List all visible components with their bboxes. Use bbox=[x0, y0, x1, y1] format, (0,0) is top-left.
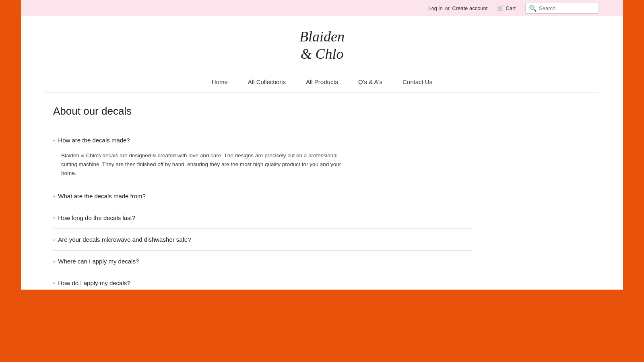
faq-chevron-6: › bbox=[53, 280, 55, 286]
top-bar: Log in or Create account 🛒 Cart 🔍 bbox=[21, 0, 623, 16]
faq-chevron-3: › bbox=[53, 215, 55, 221]
cart-icon: 🛒 bbox=[497, 5, 504, 11]
nav-item-all-products[interactable]: All Products bbox=[306, 77, 338, 87]
faq-chevron-5: › bbox=[53, 258, 55, 264]
faq-question-text-3: How long do the decals last? bbox=[58, 214, 135, 221]
faq-item-4: › Are your decals microwave and dishwash… bbox=[53, 229, 472, 251]
cart-label: Cart bbox=[506, 5, 516, 11]
faq-item-1: › How are the decals made? Blaiden & Chl… bbox=[53, 130, 472, 185]
faq-chevron-2: › bbox=[53, 193, 55, 199]
main-container: Log in or Create account 🛒 Cart 🔍 Blaide… bbox=[21, 0, 623, 290]
faq-question-text-2: What are the decals made from? bbox=[58, 193, 146, 200]
search-input[interactable] bbox=[539, 5, 595, 11]
faq-chevron-1: › bbox=[53, 137, 55, 143]
nav-item-all-collections[interactable]: All Collections bbox=[248, 77, 286, 87]
create-account-link[interactable]: Create account bbox=[452, 5, 487, 11]
faq-chevron-4: › bbox=[53, 237, 55, 243]
faq-question-2[interactable]: › What are the decals made from? bbox=[53, 185, 472, 207]
or-separator: or bbox=[445, 5, 450, 11]
faq-question-text-6: How do I apply my decals? bbox=[58, 280, 130, 286]
search-box[interactable]: 🔍 bbox=[525, 3, 599, 14]
login-link[interactable]: Log in bbox=[428, 5, 442, 11]
cart-button[interactable]: 🛒 Cart bbox=[497, 5, 516, 11]
brand-logo[interactable]: Blaiden & Chlo bbox=[299, 28, 345, 63]
faq-item-3: › How long do the decals last? bbox=[53, 207, 472, 229]
faq-question-5[interactable]: › Where can I apply my decals? bbox=[53, 251, 472, 272]
auth-links: Log in or Create account bbox=[428, 5, 487, 11]
page-title: About our decals bbox=[53, 105, 472, 117]
faq-question-4[interactable]: › Are your decals microwave and dishwash… bbox=[53, 229, 472, 250]
search-icon: 🔍 bbox=[529, 4, 537, 12]
content-area: About our decals › How are the decals ma… bbox=[21, 93, 504, 306]
logo-area: Blaiden & Chlo bbox=[21, 16, 623, 71]
faq-answer-1: Blaiden & Chlo's decals are designed & c… bbox=[53, 151, 355, 185]
faq-question-3[interactable]: › How long do the decals last? bbox=[53, 207, 472, 228]
bg-orange-right bbox=[623, 0, 644, 362]
faq-question-text-1: How are the decals made? bbox=[58, 137, 130, 144]
bg-orange-bottom bbox=[21, 290, 623, 362]
faq-item-5: › Where can I apply my decals? bbox=[53, 251, 472, 272]
brand-line1: Blaiden bbox=[299, 29, 345, 45]
faq-question-text-4: Are your decals microwave and dishwasher… bbox=[58, 236, 191, 243]
nav-item-contact-us[interactable]: Contact Us bbox=[402, 77, 432, 87]
faq-item-2: › What are the decals made from? bbox=[53, 185, 472, 207]
nav-item-home[interactable]: Home bbox=[212, 77, 228, 87]
faq-question-1[interactable]: › How are the decals made? bbox=[53, 130, 472, 151]
brand-line2: & Chlo bbox=[300, 46, 343, 62]
faq-question-text-5: Where can I apply my decals? bbox=[58, 258, 139, 265]
nav-item-qas[interactable]: Q's & A's bbox=[358, 77, 382, 87]
bg-orange-left bbox=[0, 0, 21, 362]
main-nav: Home All Collections All Products Q's & … bbox=[45, 71, 599, 93]
